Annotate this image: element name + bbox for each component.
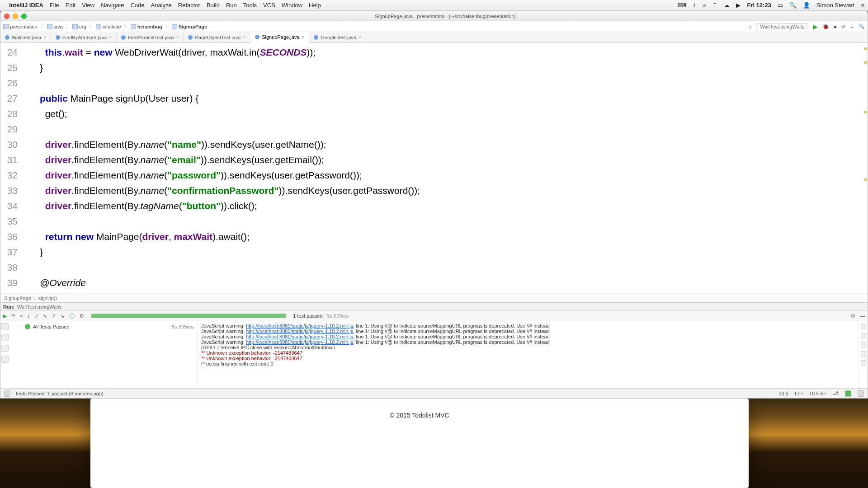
menu-navigate[interactable]: Navigate [101,2,124,9]
line-number[interactable]: 24 [0,45,18,60]
code-line[interactable]: return new MainPage(driver, maxWait).awa… [24,229,861,244]
keyboard-layout-icon[interactable]: ⌨ [678,2,686,9]
console-link[interactable]: http://localhost:8080/static/js/jquery-1… [246,323,353,328]
minimize-window-button[interactable] [13,14,18,19]
line-number[interactable]: 39 [0,275,18,291]
sort-tests-icon[interactable]: ↕ [28,313,30,319]
console-link[interactable]: http://localhost:8080/static/js/jquery-1… [246,334,353,339]
dropbox-icon[interactable]: ⟐ [703,2,706,9]
expand-all-icon[interactable]: ⤢ [34,313,38,319]
breadcrumb-item[interactable]: SignupPage [172,24,208,29]
line-number[interactable]: 26 [0,75,18,91]
scroll-to-source-icon[interactable] [1,356,9,363]
menu-view[interactable]: View [82,2,94,9]
console-link[interactable]: http://localhost:8080/static/js/jquery-1… [246,328,353,334]
line-number[interactable]: 30 [0,137,18,152]
soft-wrap-icon[interactable] [861,342,866,347]
user-name[interactable]: Simon Stewart [816,2,855,9]
code-line[interactable] [24,75,861,91]
code-line[interactable]: this.wait = new WebDriverWait(driver, ma… [24,45,861,60]
collapse-all-icon[interactable]: ⤡ [43,313,47,319]
hide-tool-window-icon[interactable]: — [860,313,865,319]
code-line[interactable]: driver.findElement(By.name("password")).… [24,168,861,183]
code-line[interactable]: public MainPage signUp(User user) { [24,91,861,106]
breadcrumb-item[interactable]: presentation [3,24,38,29]
user-icon[interactable]: 👤 [803,2,810,9]
editor-tab[interactable]: SignupPage.java× [250,32,309,43]
stop-button-2[interactable]: ● [20,313,23,319]
code-line[interactable] [24,260,861,275]
scroll-to-end-icon[interactable] [861,351,866,357]
code-line[interactable] [24,214,861,229]
vcs-update-icon[interactable]: ⟳ [841,23,845,29]
editor-tab[interactable]: FirstParallelTest.java× [117,32,184,42]
code-line[interactable]: driver.findElement(By.name("email")).sen… [24,152,861,168]
editor-tab[interactable]: GoogleTest.java× [309,32,366,42]
editor-tab[interactable]: FindByAttribute.java× [51,32,117,42]
code-editor[interactable]: 24252627282930313233343536373839 this.wa… [0,43,868,293]
menu-run[interactable]: Run [226,2,237,9]
line-number[interactable]: 35 [0,214,18,229]
memory-indicator[interactable] [858,390,864,397]
caret-position[interactable]: 30:5 [779,391,788,396]
line-number[interactable]: 37 [0,244,18,260]
show-passed-icon[interactable] [1,334,9,341]
code-line[interactable]: driver.findElement(By.name("confirmation… [24,183,861,198]
close-tab-icon[interactable]: × [243,35,245,40]
zoom-window-button[interactable] [21,14,27,19]
editor-tab[interactable]: WaitTest.java× [0,32,51,42]
rerun-failed-icon[interactable] [1,323,9,330]
compile-icon[interactable]: ↕ [749,24,752,29]
line-separator[interactable]: LF÷ [795,391,803,396]
up-icon[interactable] [861,324,866,329]
console-output[interactable]: JavaScript warning: http://localhost:808… [198,321,859,388]
close-tab-icon[interactable]: × [302,35,304,40]
menu-edit[interactable]: Edit [66,2,75,9]
line-number[interactable]: 34 [0,198,18,214]
inspections-icon[interactable] [845,390,851,397]
line-number[interactable]: 28 [0,106,18,122]
line-number[interactable]: 38 [0,260,18,275]
console-link[interactable]: http://localhost:8080/static/js/jquery-1… [246,339,353,345]
clock[interactable]: Fri 12:23 [747,2,771,9]
settings-icon[interactable]: ⚙ [80,313,84,319]
menu-help[interactable]: Help [309,2,321,9]
search-everywhere-icon[interactable]: 🔍 [859,23,865,29]
close-tab-icon[interactable]: × [176,35,179,40]
export-results-icon[interactable]: ↗ [52,313,56,319]
menu-window[interactable]: Window [282,2,302,9]
print-icon[interactable] [861,360,866,366]
status-icon[interactable] [4,390,10,397]
macos-menubar[interactable]: IntelliJ IDEA FileEditViewNavigateCodeAn… [0,0,868,11]
down-icon[interactable] [861,333,866,338]
toggle-auto-test-button[interactable]: ⟳ [11,313,15,319]
close-tab-icon[interactable]: × [109,35,112,40]
breadcrumb-class[interactable]: SignupPage [4,296,31,301]
line-number[interactable]: 36 [0,229,18,244]
code-line[interactable]: } [24,244,861,260]
menu-file[interactable]: File [50,2,59,9]
volume-icon[interactable]: ▶ [736,2,741,9]
battery-icon[interactable]: ▭ [778,2,783,9]
code-area[interactable]: this.wait = new WebDriverWait(driver, ma… [22,43,861,293]
close-tab-icon[interactable]: × [359,35,361,40]
close-tab-icon[interactable]: × [43,35,46,40]
history-icon[interactable]: 🕘 [69,313,75,319]
menu-analyze[interactable]: Analyze [151,2,172,9]
show-ignored-icon[interactable] [1,345,9,352]
spotlight-icon[interactable]: 🔍 [789,2,797,9]
breadcrumb-item[interactable]: heisenbug [131,24,162,29]
breadcrumb-item[interactable]: infalbibe [96,24,121,29]
menu-build[interactable]: Build [207,2,220,9]
menu-refactor[interactable]: Refactor [178,2,200,9]
run-config-dropdown[interactable]: WaitTest.usingWaits [756,23,808,30]
menu-vcs[interactable]: VCS [263,2,275,9]
line-number[interactable]: 29 [0,122,18,137]
breadcrumb-method[interactable]: signUp() [38,296,57,301]
tool-window-settings-icon[interactable]: ⚙ [851,313,855,319]
editor-tab[interactable]: PageObjectTest.java× [184,32,250,42]
line-number[interactable]: 31 [0,152,18,168]
run-tool-header[interactable]: Run: WaitTest.usingWaits [0,302,868,310]
line-number-gutter[interactable]: 24252627282930313233343536373839 [0,43,22,293]
bluetooth-icon[interactable]: ᚼ [693,2,696,9]
